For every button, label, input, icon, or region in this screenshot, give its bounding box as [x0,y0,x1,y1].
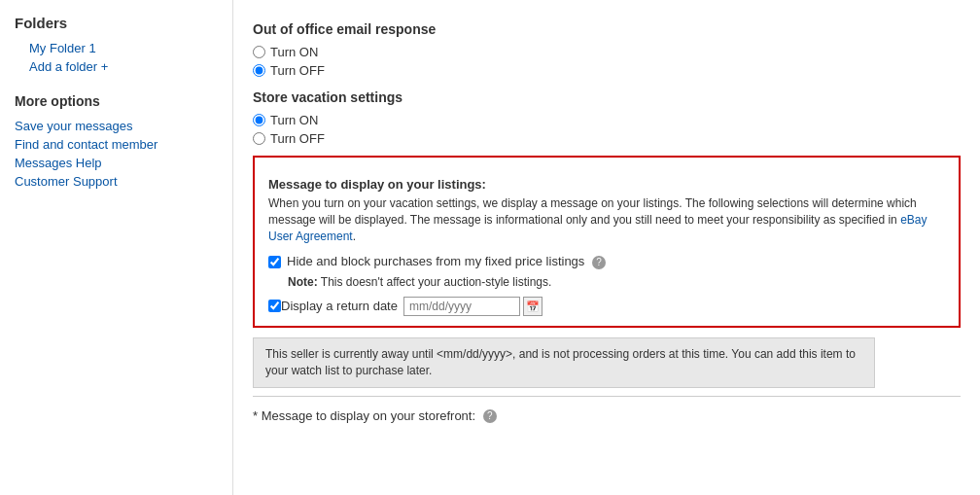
sidebar-save-messages[interactable]: Save your messages [15,117,232,135]
turn-off-row: Turn OFF [253,63,961,78]
turn-on-radio[interactable] [253,46,265,58]
message-display-title: Message to display on your listings: [268,177,945,192]
storefront-label: * Message to display on your storefront:… [253,408,961,424]
note-text: Note: This doesn't affect your auction-s… [288,275,945,289]
hide-purchases-label[interactable]: Hide and block purchases from my fixed p… [287,254,606,269]
sidebar-add-folder: Add a folder + [29,57,232,76]
sidebar: Folders My Folder 1 Add a folder + More … [0,0,233,495]
hide-purchases-help-icon[interactable]: ? [592,256,606,269]
folders-title: Folders [15,10,232,31]
find-contact-link[interactable]: Find and contact member [15,137,158,152]
messages-help-link[interactable]: Messages Help [15,156,102,170]
storefront-help-icon[interactable]: ? [483,409,497,423]
turn-off-radio[interactable] [253,64,265,77]
sidebar-customer-support[interactable]: Customer Support [15,172,232,191]
away-message-box: This seller is currently away until <mm/… [253,337,875,388]
vacation-turn-on-radio[interactable] [253,114,265,126]
note-body: This doesn't affect your auction-style l… [321,275,552,289]
vacation-radio-group: Turn ON Turn OFF [253,113,961,146]
message-display-text: When you turn on your vacation settings,… [268,196,917,227]
vacation-turn-on-row: Turn ON [253,113,961,127]
turn-on-label[interactable]: Turn ON [270,45,318,59]
save-messages-link[interactable]: Save your messages [15,119,132,133]
sidebar-messages-help[interactable]: Messages Help [15,154,232,172]
return-date-checkbox[interactable] [268,300,281,312]
vacation-turn-off-label[interactable]: Turn OFF [270,131,325,146]
ebay-link-suffix: . [353,230,356,243]
main-content: Out of office email response Turn ON Tur… [233,0,980,495]
turn-off-label[interactable]: Turn OFF [270,63,325,78]
hide-purchases-checkbox[interactable] [268,256,281,268]
vacation-turn-off-row: Turn OFF [253,131,961,146]
sidebar-folder-item: My Folder 1 [29,39,232,57]
storefront-label-text: * Message to display on your storefront: [253,408,475,423]
away-message-text: This seller is currently away until <mm/… [265,347,856,377]
note-label: Note: [288,275,318,289]
add-folder-link[interactable]: Add a folder + [29,59,108,74]
vacation-turn-off-radio[interactable] [253,132,265,145]
divider [253,396,961,397]
hide-purchases-row: Hide and block purchases from my fixed p… [268,254,945,269]
return-date-input[interactable] [403,297,520,316]
calendar-icon[interactable]: 📅 [523,297,542,316]
store-vacation-heading: Store vacation settings [253,89,961,105]
out-of-office-radio-group: Turn ON Turn OFF [253,45,961,78]
more-options-title: More options [15,93,232,109]
customer-support-link[interactable]: Customer Support [15,174,118,189]
vacation-turn-on-label[interactable]: Turn ON [270,113,318,127]
return-date-row: Display a return date 📅 [268,297,945,316]
hide-purchases-text: Hide and block purchases from my fixed p… [287,254,584,268]
message-display-body: When you turn on your vacation settings,… [268,195,945,244]
message-display-section: Message to display on your listings: Whe… [268,177,945,244]
return-date-label[interactable]: Display a return date [281,299,398,313]
out-of-office-heading: Out of office email response [253,21,961,37]
vacation-settings-box: Message to display on your listings: Whe… [253,156,961,328]
sidebar-find-contact[interactable]: Find and contact member [15,135,232,154]
turn-on-row: Turn ON [253,45,961,59]
my-folder-link[interactable]: My Folder 1 [29,41,96,55]
